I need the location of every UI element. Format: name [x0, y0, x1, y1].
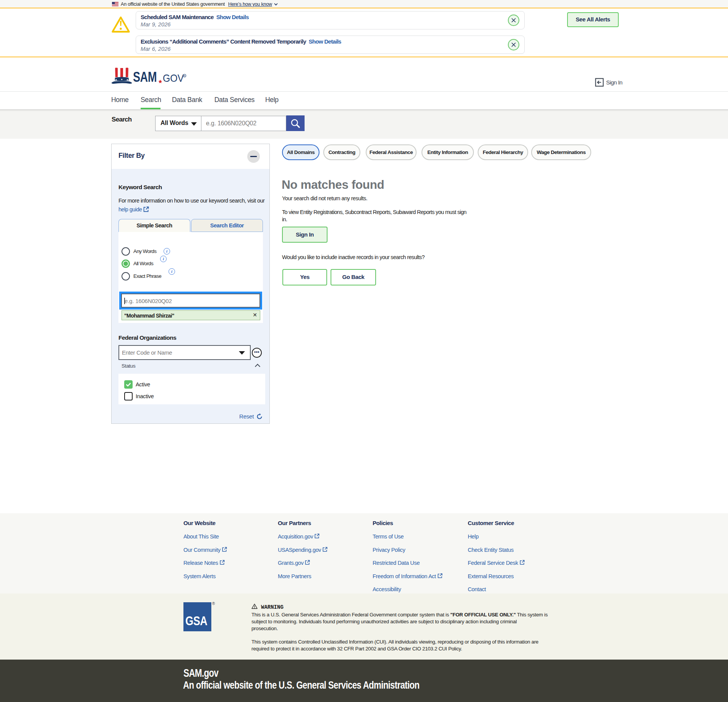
svg-text:SAM: SAM — [133, 69, 157, 85]
svg-text:R: R — [183, 75, 185, 77]
svg-text:GOV: GOV — [163, 72, 184, 84]
